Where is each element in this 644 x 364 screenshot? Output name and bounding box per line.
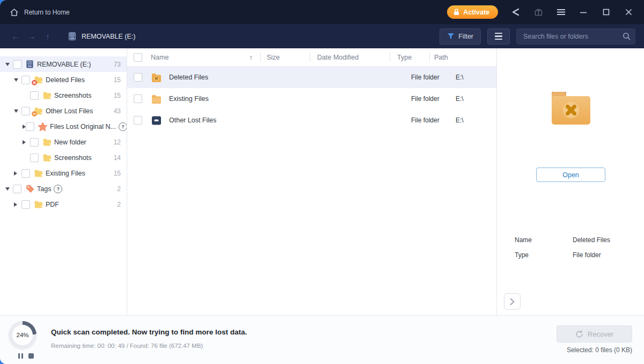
search-icon[interactable] (623, 32, 631, 42)
help-icon[interactable]: ? (54, 185, 62, 193)
caret-right-icon[interactable] (14, 202, 21, 207)
column-header-path[interactable]: Path (429, 48, 496, 66)
funnel-icon (447, 33, 455, 40)
return-home-label: Return to Home (24, 9, 70, 16)
pause-scan-button[interactable] (16, 352, 25, 360)
menu-icon[interactable] (556, 8, 566, 17)
column-header-type[interactable]: Type (390, 48, 429, 66)
sidebar-item-removable-drive[interactable]: REMOVABLE (E:) 73 (0, 56, 127, 72)
checkbox[interactable] (13, 60, 21, 69)
maximize-icon[interactable] (601, 8, 611, 17)
search-input[interactable] (516, 28, 635, 45)
caret-right-icon[interactable] (23, 140, 30, 144)
checkbox[interactable] (21, 169, 30, 178)
sidebar-item-screenshots-1[interactable]: Screenshots 15 (0, 88, 127, 103)
selected-info: Selected: 0 files (0 KB) (567, 346, 632, 354)
sidebar-item-label: Tags (37, 185, 51, 193)
drive-icon (24, 60, 35, 69)
stop-scan-button[interactable] (27, 352, 35, 360)
column-header-size[interactable]: Size (260, 48, 310, 66)
checkbox[interactable] (21, 200, 30, 209)
field-value: File folder (573, 251, 601, 259)
item-count: 14 (114, 154, 127, 162)
checkbox[interactable] (21, 76, 30, 84)
filter-label: Filter (458, 33, 473, 40)
checkbox[interactable] (134, 73, 142, 82)
up-icon[interactable]: ↑ (40, 32, 56, 41)
caret-down-icon[interactable] (14, 78, 21, 82)
caret-down-icon[interactable] (5, 63, 13, 66)
checkbox[interactable] (30, 91, 39, 100)
file-path: E:\ (451, 74, 496, 81)
sidebar-item-label: Existing Files (46, 170, 85, 177)
recover-button[interactable]: Recover (557, 325, 632, 343)
caret-down-icon[interactable] (14, 110, 21, 113)
help-icon[interactable]: ? (119, 122, 127, 131)
sidebar-item-label: Screenshots (54, 154, 91, 162)
navbar: ← → ↑ REMOVABLE (E:) Filter (0, 24, 644, 48)
open-button[interactable]: Open (536, 168, 605, 182)
folder-icon (151, 94, 162, 104)
forward-icon[interactable]: → (24, 32, 40, 41)
status-bar: 24% Quick scan completed. Now trying to … (0, 315, 644, 364)
sort-asc-icon[interactable]: ↑ (250, 53, 253, 61)
activate-button[interactable]: Activate (447, 5, 498, 19)
view-options-button[interactable] (487, 28, 510, 45)
sidebar-item-new-folder[interactable]: New folder 12 (0, 134, 127, 150)
preview-field-name: Name Deleted Files (515, 236, 610, 244)
return-home-button[interactable]: Return to Home (0, 8, 70, 17)
lock-icon (453, 9, 459, 16)
folder-icon (41, 91, 53, 99)
column-header-date-modified[interactable]: Date Modified (310, 48, 390, 66)
item-count: 2 (117, 185, 127, 193)
back-icon[interactable]: ← (8, 32, 24, 41)
minimize-icon[interactable] (579, 8, 588, 17)
checkbox[interactable] (26, 122, 34, 131)
tag-icon (24, 184, 35, 194)
titlebar: Return to Home Activate (0, 0, 644, 24)
share-icon[interactable] (511, 8, 521, 17)
table-row-existing-files[interactable]: Existing Files File folder E:\ (127, 88, 496, 110)
sidebar-item-deleted-files[interactable]: Deleted Files 15 (0, 72, 127, 88)
table-header: Name ↑ Size Date Modified Type Path (127, 48, 496, 67)
sidebar-item-other-lost-files[interactable]: Other Lost Files 43 (0, 103, 127, 119)
sidebar-item-label: Deleted Files (46, 76, 85, 84)
table-row-deleted-files[interactable]: Deleted Files File folder E:\ (127, 67, 496, 88)
filter-button[interactable]: Filter (440, 28, 481, 45)
chevron-right-icon (509, 298, 515, 305)
checkbox[interactable] (21, 107, 30, 115)
file-list: Name ↑ Size Date Modified Type Path Dele… (127, 48, 496, 316)
progress-ring: 24% (9, 321, 36, 349)
close-icon[interactable] (624, 8, 633, 17)
stop-icon (28, 353, 34, 359)
sidebar-item-label: Screenshots (54, 92, 91, 99)
checkbox[interactable] (13, 185, 21, 193)
sidebar-item-files-lost-original-name[interactable]: Files Lost Original N... ? 11 (0, 119, 127, 134)
gift-icon[interactable] (533, 8, 543, 17)
sidebar-item-label: REMOVABLE (E:) (37, 61, 91, 68)
caret-down-icon[interactable] (5, 187, 13, 191)
file-name: Other Lost Files (169, 117, 216, 124)
expand-preview-button[interactable] (504, 293, 521, 310)
deleted-folder-icon (151, 72, 162, 83)
select-all-checkbox[interactable] (134, 53, 142, 62)
sidebar-item-tags[interactable]: Tags ? 2 (0, 181, 127, 196)
app-window: Return to Home Activate (0, 0, 644, 364)
item-count: 15 (114, 92, 127, 99)
caret-right-icon[interactable] (14, 171, 21, 176)
sidebar-item-screenshots-2[interactable]: Screenshots 14 (0, 150, 127, 165)
file-type: File folder (404, 117, 451, 124)
activate-label: Activate (463, 9, 489, 16)
table-row-other-lost-files[interactable]: Other Lost Files File folder E:\ (127, 110, 496, 131)
column-header-name[interactable]: Name ↑ (151, 48, 260, 66)
preview-deleted-folder-icon (548, 90, 594, 128)
checkbox[interactable] (30, 138, 39, 147)
checkbox[interactable] (134, 94, 142, 103)
folder-icon (41, 138, 53, 146)
folder-icon (33, 169, 44, 177)
sidebar-item-pdf[interactable]: PDF 2 (0, 196, 127, 212)
sidebar-item-existing-files[interactable]: Existing Files 15 (0, 165, 127, 181)
checkbox[interactable] (134, 116, 142, 125)
checkbox[interactable] (30, 154, 39, 162)
x-badge-icon (32, 80, 37, 85)
